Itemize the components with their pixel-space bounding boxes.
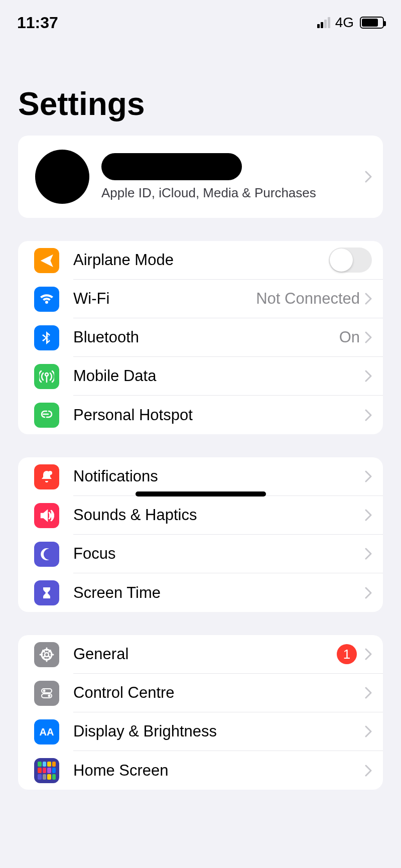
row-airplane[interactable]: Airplane Mode bbox=[18, 241, 383, 280]
switches-icon bbox=[34, 681, 59, 706]
row-mobile-data[interactable]: Mobile Data bbox=[18, 357, 383, 396]
chevron-right-icon bbox=[365, 584, 372, 602]
chevron-right-icon bbox=[365, 545, 372, 563]
row-value: Not Connected bbox=[256, 290, 360, 308]
row-label: Personal Hotspot bbox=[73, 406, 365, 424]
chevron-right-icon bbox=[365, 722, 372, 740]
profile-subtitle: Apple ID, iCloud, Media & Purchases bbox=[101, 185, 365, 201]
row-screen-time[interactable]: Screen Time bbox=[18, 573, 383, 612]
battery-fill bbox=[362, 19, 378, 27]
row-wifi[interactable]: Wi-FiNot Connected bbox=[18, 280, 383, 318]
link-icon bbox=[34, 403, 59, 428]
row-label: Display & Brightness bbox=[73, 722, 365, 740]
row-label: Mobile Data bbox=[73, 367, 365, 385]
bell-icon bbox=[34, 464, 59, 489]
row-display[interactable]: Display & Brightness bbox=[18, 712, 383, 751]
row-label: General bbox=[73, 645, 337, 663]
profile-name-redacted bbox=[101, 153, 242, 180]
row-bluetooth[interactable]: BluetoothOn bbox=[18, 318, 383, 357]
switch-airplane[interactable] bbox=[329, 247, 372, 273]
row-label: Bluetooth bbox=[73, 328, 339, 346]
battery-icon bbox=[360, 17, 384, 29]
row-label: Home Screen bbox=[73, 762, 365, 780]
profile-section: Apple ID, iCloud, Media & Purchases bbox=[18, 136, 383, 218]
chevron-right-icon bbox=[365, 328, 372, 346]
chevron-right-icon bbox=[365, 406, 372, 424]
profile-row[interactable]: Apple ID, iCloud, Media & Purchases bbox=[18, 136, 383, 218]
row-sounds[interactable]: Sounds & Haptics bbox=[18, 496, 383, 535]
chevron-right-icon bbox=[365, 290, 372, 308]
page-title: Settings bbox=[0, 45, 401, 136]
status-bar: 11:37 4G bbox=[0, 0, 401, 45]
moon-icon bbox=[34, 542, 59, 567]
chevron-right-icon bbox=[365, 467, 372, 485]
row-label: Notifications bbox=[73, 467, 365, 485]
settings-group: NotificationsSounds & HapticsFocusScreen… bbox=[18, 457, 383, 612]
chevron-right-icon bbox=[365, 168, 372, 186]
chevron-right-icon bbox=[365, 367, 372, 385]
network-label: 4G bbox=[335, 15, 354, 31]
row-label: Screen Time bbox=[73, 584, 365, 602]
wifi-icon bbox=[34, 287, 59, 312]
row-notifications[interactable]: Notifications bbox=[18, 457, 383, 496]
chevron-right-icon bbox=[365, 762, 372, 780]
chevron-right-icon bbox=[365, 684, 372, 702]
row-hotspot[interactable]: Personal Hotspot bbox=[18, 396, 383, 434]
settings-group: General1Control CentreDisplay & Brightne… bbox=[18, 635, 383, 790]
bluetooth-icon bbox=[34, 325, 59, 350]
gear-icon bbox=[34, 642, 59, 667]
chevron-right-icon bbox=[365, 506, 372, 524]
signal-icon bbox=[317, 17, 330, 28]
badge: 1 bbox=[337, 644, 357, 664]
row-label: Sounds & Haptics bbox=[73, 506, 365, 524]
row-home-screen[interactable]: Home Screen bbox=[18, 751, 383, 790]
row-focus[interactable]: Focus bbox=[18, 535, 383, 573]
antenna-icon bbox=[34, 364, 59, 389]
row-label: Airplane Mode bbox=[73, 251, 329, 269]
row-general[interactable]: General1 bbox=[18, 635, 383, 674]
row-label: Wi-Fi bbox=[73, 290, 256, 308]
speaker-icon bbox=[34, 503, 59, 528]
row-label: Focus bbox=[73, 545, 365, 563]
homegrid-icon bbox=[34, 758, 59, 783]
row-control-centre[interactable]: Control Centre bbox=[18, 674, 383, 712]
home-indicator[interactable] bbox=[136, 491, 266, 497]
chevron-right-icon bbox=[365, 645, 372, 663]
hourglass-icon bbox=[34, 580, 59, 605]
settings-groups: Airplane ModeWi-FiNot ConnectedBluetooth… bbox=[0, 241, 401, 790]
row-value: On bbox=[339, 328, 360, 346]
row-label: Control Centre bbox=[73, 684, 365, 702]
airplane-icon bbox=[34, 248, 59, 273]
status-indicators: 4G bbox=[317, 15, 384, 31]
settings-group: Airplane ModeWi-FiNot ConnectedBluetooth… bbox=[18, 241, 383, 434]
status-time: 11:37 bbox=[17, 14, 58, 32]
avatar bbox=[35, 150, 89, 204]
aa-icon bbox=[34, 719, 59, 745]
